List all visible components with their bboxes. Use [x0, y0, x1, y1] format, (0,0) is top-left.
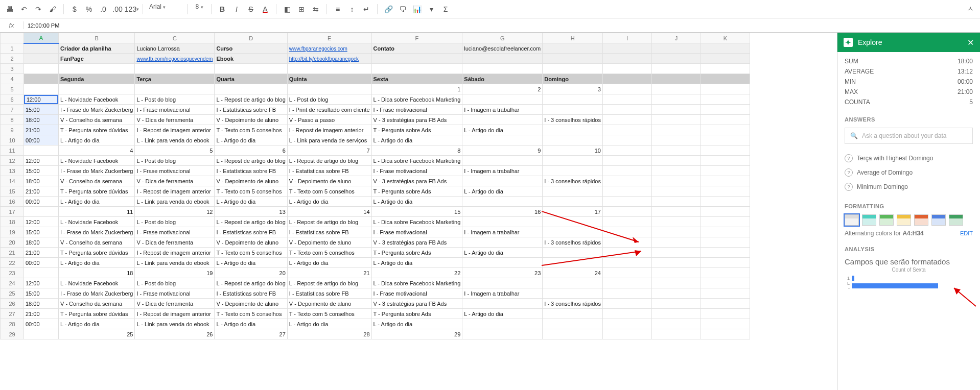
cell-I5[interactable]	[602, 84, 651, 94]
cell-E5[interactable]	[287, 84, 371, 94]
row-header-27[interactable]: 27	[1, 309, 24, 319]
row-header-15[interactable]: 15	[1, 186, 24, 197]
cell-D10[interactable]: L - Artigo do dia	[215, 135, 287, 145]
cell-I3[interactable]	[602, 64, 651, 74]
cell-E21[interactable]: T - Texto com 5 conselhos	[287, 248, 371, 258]
cell-A12[interactable]: 12:00	[24, 156, 59, 166]
redo-icon[interactable]: ↷	[32, 3, 45, 16]
cell-K28[interactable]	[701, 319, 750, 329]
cell-I29[interactable]	[602, 329, 651, 339]
cell-D23[interactable]: 20	[215, 268, 287, 278]
cell-G27[interactable]: L - Artigo do dia	[462, 309, 543, 319]
cell-J13[interactable]	[651, 166, 701, 176]
cell-H4[interactable]: Domingo	[543, 74, 603, 84]
col-header-I[interactable]: I	[602, 33, 651, 43]
cell-D15[interactable]: T - Texto com 5 conselhos	[215, 186, 287, 197]
cell-F17[interactable]: 15	[371, 207, 462, 217]
cell-B27[interactable]: T - Pergunta sobre dúvidas	[59, 309, 135, 319]
cell-G9[interactable]: L - Artigo do dia	[462, 125, 543, 135]
comment-icon[interactable]: 🗨	[396, 3, 409, 16]
cell-I19[interactable]	[602, 227, 651, 237]
cell-I21[interactable]	[602, 248, 651, 258]
cell-C9[interactable]: I - Repost de imagem anterior	[135, 125, 215, 135]
cell-H16[interactable]	[543, 197, 603, 207]
cell-C18[interactable]: L - Post do blog	[135, 217, 215, 227]
cell-J4[interactable]	[651, 74, 701, 84]
cell-J14[interactable]	[651, 176, 701, 186]
bold-icon[interactable]: B	[216, 3, 229, 16]
row-header-10[interactable]: 10	[1, 135, 24, 145]
cell-J19[interactable]	[651, 227, 701, 237]
cell-E18[interactable]: L - Repost de artigo do blog	[287, 217, 371, 227]
cell-B2[interactable]: FanPage	[59, 54, 135, 64]
cell-G5[interactable]: 2	[462, 84, 543, 94]
cell-B4[interactable]: Segunda	[59, 74, 135, 84]
cell-C22[interactable]: L - Link para venda do ebook	[135, 258, 215, 268]
italic-icon[interactable]: I	[230, 3, 243, 16]
cell-A11[interactable]	[24, 145, 59, 156]
cell-J28[interactable]	[651, 319, 701, 329]
ask-input[interactable]: 🔍 Ask a question about your data	[845, 128, 973, 144]
cell-I9[interactable]	[602, 125, 651, 135]
cell-J27[interactable]	[651, 309, 701, 319]
cell-D28[interactable]: L - Artigo do dia	[215, 319, 287, 329]
col-header-E[interactable]: E	[287, 33, 371, 43]
cell-H26[interactable]: I - 3 conselhos rápidos	[543, 299, 603, 309]
cell-H18[interactable]	[543, 217, 603, 227]
cell-C19[interactable]: I - Frase motivacional	[135, 227, 215, 237]
cell-E4[interactable]: Quinta	[287, 74, 371, 84]
cell-C4[interactable]: Terça	[135, 74, 215, 84]
cell-G8[interactable]	[462, 115, 543, 125]
cell-B13[interactable]: I - Frase do Mark Zuckerberg	[59, 166, 135, 176]
cell-H20[interactable]: I - 3 conselhos rápidos	[543, 237, 603, 248]
cell-I26[interactable]	[602, 299, 651, 309]
cell-J2[interactable]	[651, 54, 701, 64]
cell-G17[interactable]: 16	[462, 207, 543, 217]
cell-D12[interactable]: L - Repost de artigo do blog	[215, 156, 287, 166]
cell-C29[interactable]: 26	[135, 329, 215, 339]
cell-F2[interactable]	[371, 54, 462, 64]
cell-B20[interactable]: V - Conselho da semana	[59, 237, 135, 248]
cell-H9[interactable]	[543, 125, 603, 135]
cell-K1[interactable]	[701, 43, 750, 54]
percent-icon[interactable]: %	[82, 3, 96, 16]
cell-I18[interactable]	[602, 217, 651, 227]
cell-D18[interactable]: L - Repost de artigo do blog	[215, 217, 287, 227]
formula-value[interactable]: 12:00:00 PM	[24, 22, 63, 29]
cell-D21[interactable]: T - Texto com 5 conselhos	[215, 248, 287, 258]
cell-G13[interactable]: I - Imagem a trabalhar	[462, 166, 543, 176]
cell-A8[interactable]: 18:00	[24, 115, 59, 125]
cell-E24[interactable]: L - Repost de artigo do blog	[287, 278, 371, 288]
cell-B1[interactable]: Criador da planilha	[59, 43, 135, 54]
cell-B7[interactable]: I - Frase do Mark Zuckerberg	[59, 105, 135, 115]
cell-K15[interactable]	[701, 186, 750, 197]
cell-J1[interactable]	[651, 43, 701, 54]
cell-H11[interactable]: 10	[543, 145, 603, 156]
cell-F21[interactable]: T - Pergunta sobre Ads	[371, 248, 462, 258]
cell-D3[interactable]	[215, 64, 287, 74]
row-header-14[interactable]: 14	[1, 176, 24, 186]
cell-K3[interactable]	[701, 64, 750, 74]
cell-H8[interactable]: I - 3 conselhos rápidos	[543, 115, 603, 125]
cell-G15[interactable]: L - Artigo do dia	[462, 186, 543, 197]
cell-K2[interactable]	[701, 54, 750, 64]
cell-G14[interactable]	[462, 176, 543, 186]
cell-H29[interactable]	[543, 329, 603, 339]
cell-E27[interactable]: T - Texto com 5 conselhos	[287, 309, 371, 319]
cell-B24[interactable]: L - Novidade Facebook	[59, 278, 135, 288]
cell-J11[interactable]	[651, 145, 701, 156]
cell-J21[interactable]	[651, 248, 701, 258]
row-header-19[interactable]: 19	[1, 227, 24, 237]
col-header-B[interactable]: B	[59, 33, 135, 43]
cell-I13[interactable]	[602, 166, 651, 176]
cell-C7[interactable]: I - Frase motivacional	[135, 105, 215, 115]
cell-F5[interactable]: 1	[371, 84, 462, 94]
cell-J25[interactable]	[651, 288, 701, 299]
cell-K21[interactable]	[701, 248, 750, 258]
cell-I2[interactable]	[602, 54, 651, 64]
row-header-21[interactable]: 21	[1, 248, 24, 258]
cell-G24[interactable]	[462, 278, 543, 288]
cell-C15[interactable]: I - Repost de imagem anterior	[135, 186, 215, 197]
cell-B28[interactable]: L - Artigo do dia	[59, 319, 135, 329]
row-header-28[interactable]: 28	[1, 319, 24, 329]
